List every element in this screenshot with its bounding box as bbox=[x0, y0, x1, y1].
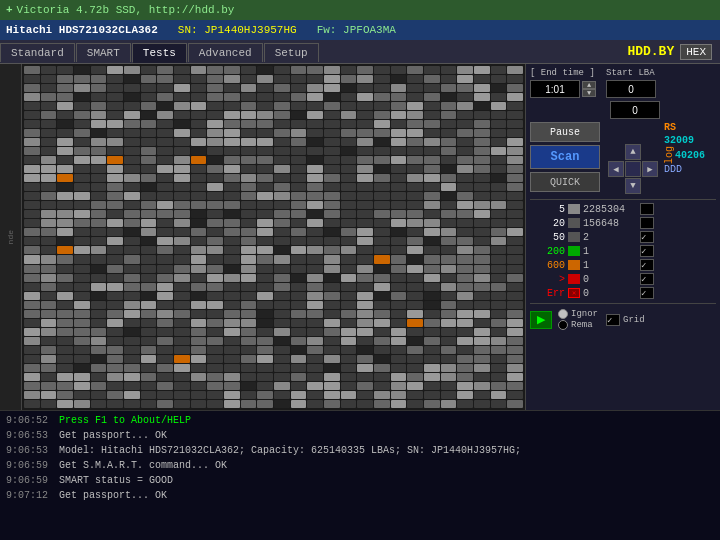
scan-cell bbox=[57, 138, 73, 146]
scan-button[interactable]: Scan bbox=[530, 145, 600, 169]
scan-cell bbox=[124, 129, 140, 137]
stat-check[interactable] bbox=[640, 273, 654, 285]
arrow-left[interactable]: ◀ bbox=[608, 161, 624, 177]
stat-check[interactable] bbox=[640, 245, 654, 257]
scan-cell bbox=[207, 310, 223, 318]
app-title: Victoria 4.72b SSD, http://hdd.by bbox=[17, 4, 235, 16]
end-time-input[interactable] bbox=[530, 80, 580, 98]
scan-cell bbox=[207, 265, 223, 273]
scan-cell bbox=[424, 382, 440, 390]
scan-cell bbox=[157, 265, 173, 273]
scan-cell bbox=[507, 192, 523, 200]
spinbox-down[interactable]: ▼ bbox=[582, 89, 596, 97]
scan-cell bbox=[507, 84, 523, 92]
stat-check[interactable] bbox=[640, 231, 654, 243]
scan-cell bbox=[424, 337, 440, 345]
scan-cell bbox=[74, 219, 90, 227]
radio-remap[interactable]: Rema bbox=[558, 320, 598, 330]
scan-cell bbox=[191, 400, 207, 408]
scan-cell bbox=[457, 237, 473, 245]
scan-cell bbox=[424, 301, 440, 309]
arrow-up[interactable]: ▲ bbox=[625, 144, 641, 160]
log-line: 9:07:12 Get passport... OK bbox=[6, 489, 714, 503]
scan-cell bbox=[91, 319, 107, 327]
tab-advanced[interactable]: Advanced bbox=[188, 43, 263, 62]
cur-input[interactable] bbox=[610, 101, 660, 119]
scan-cell bbox=[457, 174, 473, 182]
pause-button[interactable]: Pause bbox=[530, 122, 600, 142]
scan-cell bbox=[274, 75, 290, 83]
scan-cell bbox=[424, 265, 440, 273]
stat-check[interactable] bbox=[640, 259, 654, 271]
scan-cell bbox=[424, 192, 440, 200]
scan-cell bbox=[224, 156, 240, 164]
scan-cell bbox=[274, 237, 290, 245]
scan-cell bbox=[274, 93, 290, 101]
scan-cell bbox=[207, 138, 223, 146]
scan-cell bbox=[74, 183, 90, 191]
scan-cell bbox=[124, 237, 140, 245]
scan-cell bbox=[107, 400, 123, 408]
scan-cell bbox=[91, 246, 107, 254]
scan-cell bbox=[491, 75, 507, 83]
scan-cell bbox=[191, 201, 207, 209]
scan-cell bbox=[191, 219, 207, 227]
scan-cell bbox=[157, 382, 173, 390]
scan-cell bbox=[457, 66, 473, 74]
scan-cell bbox=[157, 346, 173, 354]
scan-cell bbox=[91, 219, 107, 227]
scan-cell bbox=[41, 111, 57, 119]
scan-cell bbox=[141, 210, 157, 218]
scan-cell bbox=[141, 237, 157, 245]
start-lba-input[interactable] bbox=[606, 80, 656, 98]
scan-cell bbox=[191, 373, 207, 381]
arrow-down[interactable]: ▼ bbox=[625, 178, 641, 194]
scan-cell bbox=[157, 301, 173, 309]
quick-button[interactable]: QUICK bbox=[530, 172, 600, 192]
scan-cell bbox=[291, 328, 307, 336]
radio-ignore[interactable]: Ignor bbox=[558, 309, 598, 319]
scan-cell bbox=[441, 75, 457, 83]
scan-cell bbox=[107, 93, 123, 101]
scan-cell bbox=[74, 301, 90, 309]
tab-standard[interactable]: Standard bbox=[0, 43, 75, 62]
scan-cell bbox=[341, 346, 357, 354]
scan-cell bbox=[307, 255, 323, 263]
scan-cell bbox=[24, 120, 40, 128]
scan-cell bbox=[241, 183, 257, 191]
scan-cell bbox=[24, 237, 40, 245]
stat-check[interactable] bbox=[640, 203, 654, 215]
scan-cell bbox=[191, 355, 207, 363]
tab-setup[interactable]: Setup bbox=[264, 43, 319, 62]
scan-cell bbox=[241, 84, 257, 92]
scan-cell bbox=[207, 328, 223, 336]
scan-cell bbox=[91, 228, 107, 236]
play-button[interactable]: ▶ bbox=[530, 311, 552, 329]
err-check[interactable] bbox=[640, 287, 654, 299]
tab-smart[interactable]: SMART bbox=[76, 43, 131, 62]
scan-cell bbox=[41, 102, 57, 110]
scan-cell bbox=[91, 265, 107, 273]
scan-cell bbox=[457, 355, 473, 363]
scan-cell bbox=[141, 219, 157, 227]
scan-cell bbox=[41, 265, 57, 273]
scan-cell bbox=[191, 283, 207, 291]
scan-cell bbox=[341, 310, 357, 318]
scan-cell bbox=[57, 283, 73, 291]
scan-cell bbox=[441, 382, 457, 390]
end-time-spinbox[interactable]: ▲ ▼ bbox=[582, 81, 596, 97]
scan-cell bbox=[291, 192, 307, 200]
grid-check[interactable] bbox=[606, 314, 620, 326]
arrow-right[interactable]: ▶ bbox=[642, 161, 658, 177]
spinbox-up[interactable]: ▲ bbox=[582, 81, 596, 89]
stat-check[interactable] bbox=[640, 217, 654, 229]
tab-tests[interactable]: Tests bbox=[132, 43, 187, 63]
stat-val: 156648 bbox=[583, 218, 638, 229]
arrow-center[interactable] bbox=[625, 161, 641, 177]
scan-cell bbox=[424, 364, 440, 372]
scan-cell bbox=[107, 373, 123, 381]
scan-cell bbox=[91, 174, 107, 182]
scan-cell bbox=[107, 219, 123, 227]
scan-cell bbox=[224, 138, 240, 146]
scan-cell bbox=[274, 382, 290, 390]
